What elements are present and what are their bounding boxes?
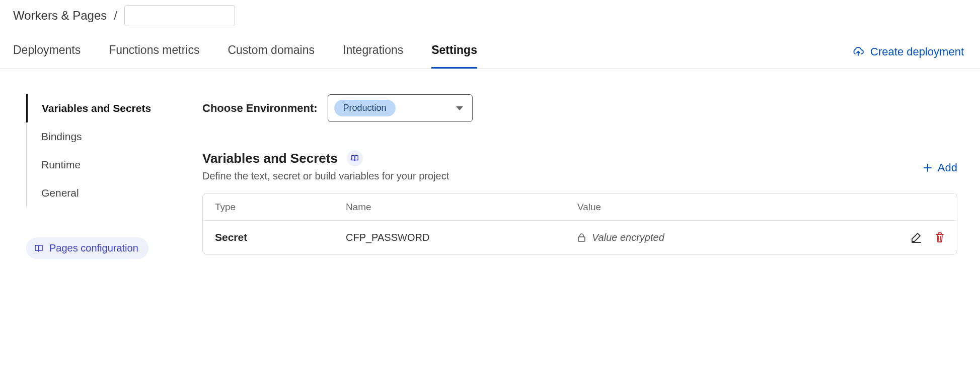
tab-deployments[interactable]: Deployments [13, 35, 81, 69]
create-deployment-button[interactable]: Create deployment [852, 45, 967, 58]
table-header-type: Type [215, 202, 346, 213]
breadcrumb-root[interactable]: Workers & Pages [13, 9, 107, 23]
section-description: Define the text, secret or build variabl… [202, 170, 449, 182]
add-variable-button[interactable]: Add [923, 161, 957, 174]
variables-table: Type Name Value Secret CFP_PASSWORD [202, 193, 957, 255]
chevron-down-icon [456, 106, 463, 110]
environment-select[interactable]: Production [328, 94, 473, 122]
add-button-label: Add [938, 161, 957, 174]
row-name: CFP_PASSWORD [346, 232, 577, 243]
delete-row-button[interactable] [935, 232, 945, 243]
sidebar-item-variables-and-secrets[interactable]: Variables and Secrets [26, 94, 182, 122]
tab-functions-metrics[interactable]: Functions metrics [109, 35, 199, 69]
tab-settings[interactable]: Settings [431, 35, 477, 69]
svg-rect-2 [578, 237, 585, 241]
sidebar-item-general[interactable]: General [26, 179, 182, 207]
row-type: Secret [215, 231, 346, 243]
breadcrumb-project-select[interactable] [124, 5, 235, 26]
table-header-value: Value [577, 202, 884, 213]
sidebar-item-runtime[interactable]: Runtime [26, 151, 182, 179]
row-value: Value encrypted [592, 232, 664, 243]
environment-label: Choose Environment: [202, 102, 318, 115]
breadcrumb-separator: / [114, 9, 117, 23]
book-icon [34, 244, 43, 253]
tab-custom-domains[interactable]: Custom domains [228, 35, 315, 69]
tabs-bar: Deployments Functions metrics Custom dom… [0, 35, 980, 69]
edit-row-button[interactable] [911, 232, 922, 243]
lock-icon [577, 233, 586, 242]
settings-side-nav: Variables and Secrets Bindings Runtime G… [26, 94, 182, 207]
table-header-name: Name [346, 202, 577, 213]
sidebar-item-bindings[interactable]: Bindings [26, 122, 182, 151]
cloud-upload-icon [852, 47, 864, 57]
section-title: Variables and Secrets [202, 151, 338, 166]
plus-icon [923, 163, 933, 173]
breadcrumb: Workers & Pages / [0, 5, 980, 35]
table-row: Secret CFP_PASSWORD Value encrypted [203, 221, 957, 254]
create-deployment-label: Create deployment [870, 45, 964, 58]
environment-selected-pill: Production [334, 100, 396, 116]
pages-configuration-button[interactable]: Pages configuration [26, 237, 148, 259]
tab-integrations[interactable]: Integrations [343, 35, 403, 69]
pages-configuration-label: Pages configuration [49, 242, 138, 254]
docs-icon-button[interactable] [347, 150, 363, 166]
